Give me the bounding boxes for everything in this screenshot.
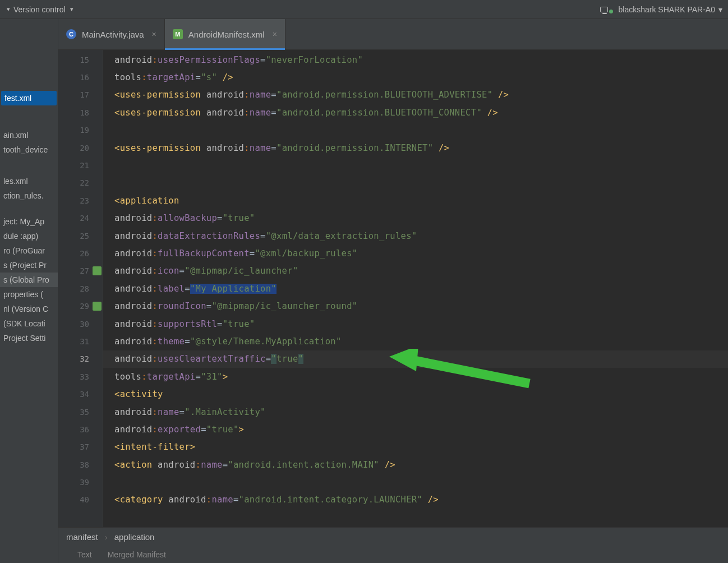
code-line[interactable] <box>103 156 728 174</box>
line-number[interactable]: 33 <box>58 368 103 385</box>
code-line[interactable]: android:label="My Application" <box>103 280 728 297</box>
code-line[interactable]: android:name=".MainActivity" <box>103 403 728 421</box>
code-line[interactable]: android:allowBackup="true" <box>103 210 728 227</box>
tab-label: AndroidManifest.xml <box>188 30 265 39</box>
sidebar-item[interactable] <box>0 105 58 111</box>
line-number[interactable]: 23 <box>58 192 103 209</box>
line-number[interactable]: 40 <box>58 491 103 509</box>
line-number[interactable]: 22 <box>58 174 103 192</box>
sidebar-item[interactable]: ject: My_Ap <box>0 214 58 229</box>
bottom-tabs: Text Merged Manifest <box>58 546 728 563</box>
file-type-icon: M <box>173 29 183 39</box>
close-icon[interactable]: × <box>152 30 156 39</box>
sidebar-item[interactable]: fest.xml <box>1 91 57 105</box>
sidebar-item[interactable] <box>0 122 58 128</box>
code-line[interactable]: android:roundIcon="@mipmap/ic_launcher_r… <box>103 297 728 315</box>
line-number[interactable]: 17 <box>58 86 103 104</box>
line-number[interactable]: 27 <box>58 262 103 280</box>
code-line[interactable]: <category android:name="android.intent.c… <box>103 491 728 509</box>
code-line[interactable]: android:icon="@mipmap/ic_launcher" <box>103 262 728 280</box>
breadcrumb-item[interactable]: manifest <box>66 532 98 542</box>
code-line[interactable]: <intent-filter> <box>103 439 728 456</box>
sidebar-item[interactable] <box>0 117 58 122</box>
line-number[interactable]: 30 <box>58 315 103 333</box>
line-number[interactable]: 20 <box>58 139 103 156</box>
line-number[interactable]: 24 <box>58 210 103 227</box>
sidebar-item[interactable]: s (Project Pr <box>0 258 58 273</box>
tab-text[interactable]: Text <box>77 550 92 559</box>
sidebar-item[interactable]: tooth_device <box>0 142 58 157</box>
gutter[interactable]: 1516171819202122232425262728293031323334… <box>58 50 103 527</box>
code-line[interactable]: <action android:name="android.intent.act… <box>103 456 728 473</box>
line-number[interactable]: 18 <box>58 104 103 121</box>
code-line[interactable] <box>103 174 728 192</box>
gutter-android-icon[interactable] <box>93 266 102 275</box>
sidebar-item[interactable]: s (Global Pro <box>0 273 58 287</box>
editor-tab[interactable]: MAndroidManifest.xml× <box>165 19 285 49</box>
sidebar-item[interactable]: dule :app) <box>0 229 58 243</box>
sidebar-item[interactable]: les.xml <box>0 174 58 188</box>
code-line[interactable]: android:fullBackupContent="@xml/backup_r… <box>103 244 728 262</box>
line-number[interactable]: 36 <box>58 421 103 438</box>
code-line[interactable]: tools:targetApi="s" /> <box>103 68 728 86</box>
line-number[interactable]: 39 <box>58 473 103 491</box>
sidebar-item[interactable] <box>0 157 58 163</box>
line-number[interactable]: 28 <box>58 280 103 297</box>
code-line[interactable]: tools:targetApi="31"> <box>103 368 728 385</box>
code-line[interactable]: <uses-permission android:name="android.p… <box>103 86 728 104</box>
code-line[interactable]: <application <box>103 192 728 209</box>
sidebar-item[interactable]: ain.xml <box>0 128 58 142</box>
sidebar-item[interactable]: ro (ProGuar <box>0 243 58 258</box>
file-type-icon: C <box>66 29 76 39</box>
code-line[interactable] <box>103 473 728 491</box>
code-line[interactable]: <uses-permission android:name="android.p… <box>103 104 728 121</box>
editor-tabs: CMainActivity.java×MAndroidManifest.xml× <box>58 19 728 50</box>
menu-bar[interactable]: ▾ Version control ▾ <box>6 5 73 14</box>
line-number[interactable]: 34 <box>58 385 103 403</box>
line-number[interactable]: 37 <box>58 439 103 456</box>
code-line[interactable]: android:dataExtractionRules="@xml/data_e… <box>103 227 728 244</box>
line-number[interactable]: 16 <box>58 68 103 86</box>
code-line[interactable]: android:supportsRtl="true" <box>103 315 728 333</box>
device-selector[interactable]: blackshark SHARK PAR-A0 ▾ <box>600 5 722 14</box>
device-icon <box>600 7 608 12</box>
sidebar-item[interactable] <box>0 163 58 168</box>
line-number[interactable]: 21 <box>58 156 103 174</box>
code-line[interactable]: android:exported="true"> <box>103 421 728 438</box>
sidebar-item[interactable] <box>0 168 58 174</box>
main-area: fest.xmlain.xmltooth_deviceles.xmlction_… <box>0 19 728 563</box>
project-sidebar[interactable]: fest.xmlain.xmltooth_deviceles.xmlction_… <box>0 19 58 563</box>
line-number[interactable]: 19 <box>58 122 103 139</box>
sidebar-item[interactable]: nl (Version C <box>0 302 58 316</box>
code-line[interactable]: <activity <box>103 385 728 403</box>
line-number[interactable]: 31 <box>58 333 103 350</box>
sidebar-item[interactable]: (SDK Locati <box>0 316 58 331</box>
line-number[interactable]: 25 <box>58 227 103 244</box>
line-number[interactable]: 29 <box>58 297 103 315</box>
line-number[interactable]: 15 <box>58 51 103 68</box>
sidebar-item[interactable] <box>0 209 58 214</box>
sidebar-item[interactable]: ction_rules. <box>0 188 58 203</box>
breadcrumb[interactable]: manifest › application <box>58 527 728 546</box>
close-icon[interactable]: × <box>273 30 277 39</box>
code-line[interactable]: android:theme="@style/Theme.MyApplicatio… <box>103 333 728 350</box>
sidebar-item[interactable] <box>0 203 58 209</box>
breadcrumb-item[interactable]: application <box>114 532 155 542</box>
tab-merged-manifest[interactable]: Merged Manifest <box>108 550 166 559</box>
sidebar-item[interactable]: Project Setti <box>0 331 58 345</box>
code-editor[interactable]: android:usesPermissionFlags="neverForLoc… <box>103 50 728 527</box>
line-number[interactable]: 38 <box>58 456 103 473</box>
code-line[interactable]: android:usesPermissionFlags="neverForLoc… <box>103 51 728 68</box>
code-line[interactable]: android:usesCleartextTraffic="true" <box>103 350 728 368</box>
code-line[interactable] <box>103 122 728 139</box>
sidebar-item[interactable] <box>0 111 58 117</box>
editor-tab[interactable]: CMainActivity.java× <box>58 19 165 49</box>
sidebar-item[interactable]: properties ( <box>0 287 58 302</box>
menu-item-version-control[interactable]: Version control <box>13 5 66 14</box>
line-number[interactable]: 26 <box>58 244 103 262</box>
gutter-android-icon[interactable] <box>93 302 102 311</box>
code-area: 1516171819202122232425262728293031323334… <box>58 50 728 527</box>
line-number[interactable]: 35 <box>58 403 103 421</box>
line-number[interactable]: 32 <box>58 350 103 368</box>
code-line[interactable]: <uses-permission android:name="android.p… <box>103 139 728 156</box>
